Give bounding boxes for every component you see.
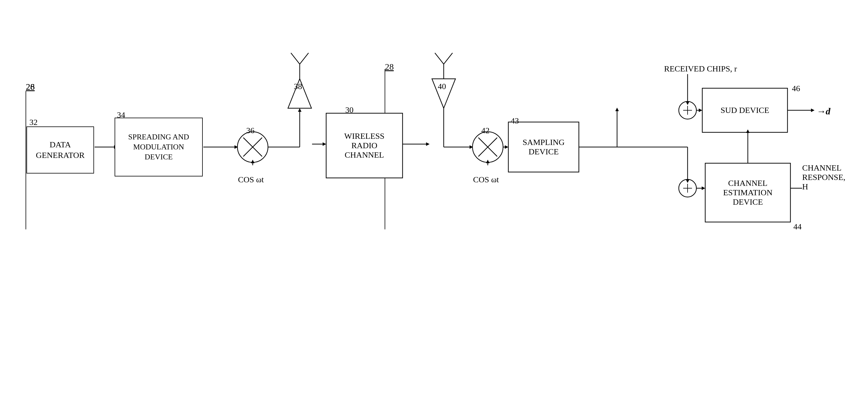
number-38: 38 (294, 82, 302, 91)
svg-marker-36 (615, 108, 619, 111)
svg-marker-41 (699, 109, 702, 112)
number-40: 40 (438, 82, 446, 91)
number-44: 44 (794, 222, 802, 231)
received-chips-label: RECEIVED CHIPS, r (664, 64, 737, 74)
svg-line-15 (300, 53, 309, 64)
sampling-device-text: SAMPLINGDEVICE (508, 122, 579, 172)
svg-marker-11 (298, 108, 302, 112)
channel-response-label: CHANNELRESPONSE,H (802, 163, 845, 192)
sud-device-text: SUD DEVICE (702, 88, 787, 132)
spreading-modulation-block: SPREADING ANDMODULATIONDEVICE (115, 118, 203, 176)
ref-28: 28 (385, 62, 394, 72)
wireless-radio-channel-text: WIRELESSRADIOCHANNEL (326, 113, 403, 178)
cos-wt-right: COS ωt (473, 175, 499, 184)
number-36: 36 (246, 126, 254, 135)
svg-marker-50 (702, 186, 705, 190)
data-generator-block: DATAGENERATOR (26, 126, 94, 173)
channel-estimation-text: CHANNELESTIMATIONDEVICE (705, 163, 790, 222)
number-46: 46 (792, 84, 800, 93)
svg-line-14 (291, 53, 300, 64)
cos-wt-left: COS ωt (238, 175, 264, 184)
svg-line-23 (435, 53, 444, 64)
svg-marker-32 (505, 145, 508, 149)
svg-marker-20 (426, 142, 430, 146)
svg-marker-55 (811, 109, 814, 112)
output-d-label: →d (816, 106, 830, 117)
diagram-container: 28 26 28 32 DATAGENERATOR 34 SPREADING A… (0, 0, 868, 402)
number-32: 32 (29, 118, 38, 127)
number-42: 42 (481, 126, 490, 135)
ref-26: 26 (26, 82, 35, 92)
svg-marker-17 (322, 142, 326, 146)
svg-line-24 (444, 53, 453, 64)
